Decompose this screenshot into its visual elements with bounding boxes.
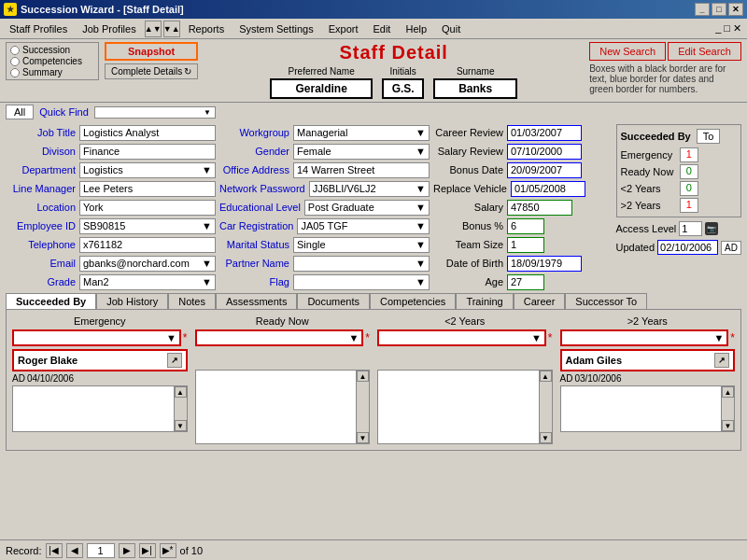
succeeded-by-to-button[interactable]: To [697,129,721,144]
network-password-combo[interactable]: JJ6BLI/V6LJ2▼ [309,181,430,197]
ready-now-scroll-down[interactable]: ▼ [357,432,369,443]
tab-competencies[interactable]: Competencies [370,293,456,309]
quickfind-label: Quick Find [39,106,89,118]
workgroup-combo[interactable]: Managerial▼ [293,125,430,141]
ready-now-listbox[interactable]: ▲ ▼ [195,370,371,444]
team-size-input[interactable] [507,237,544,253]
car-registration-combo[interactable]: JA05 TGF▼ [297,218,430,234]
division-input[interactable] [79,144,216,160]
bonus-date-input[interactable] [507,162,582,178]
new-search-button[interactable]: New Search [589,42,666,61]
gender-combo[interactable]: Female▼ [293,144,430,160]
sort-desc-button[interactable]: ▼▲ [163,21,180,37]
complete-details-button[interactable]: Complete Details ↻ [105,63,198,79]
listbox-scroll-up[interactable]: ▲ [175,386,187,398]
tab-training[interactable]: Training [456,293,513,309]
tab-assessments[interactable]: Assessments [216,293,297,309]
telephone-input[interactable] [79,237,216,253]
employee-id-combo[interactable]: SB90815▼ [79,218,216,234]
maximize-button[interactable]: □ [712,3,726,16]
record-last-button[interactable]: ▶| [139,543,156,558]
emergency-listbox[interactable]: ▲ ▼ [12,385,188,432]
succession-columns: Emergency ▼ * Roger Blake ↗ AD 04/10/200… [12,315,735,444]
lt2-years-listbox[interactable]: ▲ ▼ [377,370,553,444]
initials-field: Initials [382,66,424,99]
gt2-years-listbox[interactable]: ▲ ▼ [560,385,736,432]
ready-now-scroll-up[interactable]: ▲ [357,371,369,382]
record-first-button[interactable]: |◀ [46,543,63,558]
menu-system-settings[interactable]: System Settings [232,21,320,36]
ready-now-count: 0 [680,164,737,179]
email-combo[interactable]: gbanks@norchard.com▼ [79,256,216,272]
adam-giles-date-row: AD 03/10/2006 [560,373,736,384]
preferred-name-input[interactable] [270,78,373,99]
close-button[interactable]: ✕ [728,3,743,16]
emergency-combo[interactable]: ▼ [12,329,181,346]
office-address-input[interactable] [293,162,430,178]
minimize-button[interactable]: _ [695,3,710,16]
access-level-label: Access Level [616,223,677,234]
edit-search-button[interactable]: Edit Search [668,42,741,61]
ready-now-row: Ready Now [621,164,678,179]
tab-notes[interactable]: Notes [168,293,216,309]
snapshot-button[interactable]: Snapshot [105,42,198,61]
flag-combo[interactable]: ▼ [293,274,430,290]
menu-staff-profiles[interactable]: Staff Profiles [2,21,75,36]
gt2-years-count: 1 [680,198,737,213]
record-number[interactable]: 1 [87,543,115,558]
tab-job-history[interactable]: Job History [96,293,168,309]
access-level-input[interactable] [679,221,702,236]
app-icon: ★ [4,3,17,16]
age-input[interactable] [507,274,544,290]
marital-status-combo[interactable]: Single▼ [293,237,430,253]
location-input[interactable] [79,200,216,216]
record-new-button[interactable]: ▶* [160,543,176,558]
initials-input[interactable] [382,78,424,99]
educational-level-combo[interactable]: Post Graduate▼ [304,200,430,216]
menu-quit[interactable]: Quit [434,21,468,36]
date-of-birth-input[interactable] [507,256,582,272]
radio-summary[interactable]: Summary [10,67,94,77]
gt2-years-combo[interactable]: ▼ [560,329,729,346]
sort-asc-button[interactable]: ▲▼ [145,21,162,37]
menu-help[interactable]: Help [398,21,434,36]
department-combo[interactable]: Logistics▼ [79,162,216,178]
bonus-pct-input[interactable] [507,218,544,234]
grade-combo[interactable]: Man2▼ [79,274,216,290]
tab-career[interactable]: Career [514,293,566,309]
menu-export[interactable]: Export [321,21,366,36]
radio-succession[interactable]: Succession [10,45,94,55]
replace-vehicle-input[interactable] [511,181,585,197]
line-manager-input[interactable] [79,181,216,197]
salary-review-input[interactable] [507,144,582,160]
roger-blake-icon[interactable]: ↗ [167,353,182,368]
menu-reports[interactable]: Reports [181,21,233,36]
listbox-scroll-down[interactable]: ▼ [175,420,187,431]
camera-icon: 📷 [705,222,718,235]
gt2-scroll-up[interactable]: ▲ [722,386,734,398]
surname-input[interactable] [433,78,517,99]
partner-name-combo[interactable]: ▼ [293,256,430,272]
career-review-input[interactable] [507,125,582,141]
lt2-scroll-down[interactable]: ▼ [540,432,552,443]
all-button[interactable]: All [6,105,34,119]
record-prev-button[interactable]: ◀ [66,543,83,558]
gt2-scroll-down[interactable]: ▼ [722,420,734,431]
salary-input[interactable] [507,200,572,216]
updated-input[interactable] [657,240,718,255]
radio-competencies[interactable]: Competencies [10,56,94,66]
menu-job-profiles[interactable]: Job Profiles [75,21,143,36]
lt2-years-combo[interactable]: ▼ [377,329,546,346]
lt2-years-col-title: <2 Years [377,315,553,327]
menu-edit[interactable]: Edit [365,21,398,36]
record-next-button[interactable]: ▶ [119,543,135,558]
telephone-label: Telephone [6,239,76,250]
ready-now-combo[interactable]: ▼ [195,329,364,346]
tab-documents[interactable]: Documents [297,293,370,309]
adam-giles-icon[interactable]: ↗ [714,353,729,368]
lt2-scroll-up[interactable]: ▲ [540,371,552,382]
tab-succeeded-by[interactable]: Succeeded By [6,293,96,309]
job-title-input[interactable] [79,125,216,141]
quickfind-combo[interactable]: ▼ [94,106,216,119]
tab-successor-to[interactable]: Successor To [565,293,647,309]
